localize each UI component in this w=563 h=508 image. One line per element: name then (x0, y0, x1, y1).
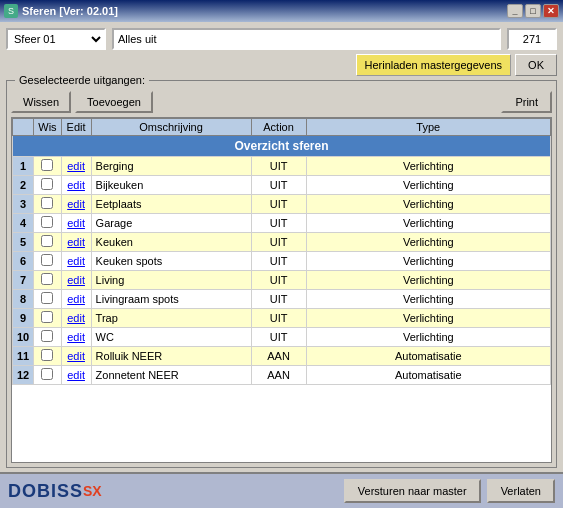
wis-checkbox-cell[interactable] (34, 252, 61, 271)
alles-uit-field[interactable] (112, 28, 501, 50)
minimize-button[interactable]: _ (507, 4, 523, 18)
wis-checkbox[interactable] (41, 216, 53, 228)
type-cell: Verlichting (306, 157, 550, 176)
wis-checkbox-cell[interactable] (34, 176, 61, 195)
wis-checkbox-cell[interactable] (34, 271, 61, 290)
edit-link[interactable]: edit (67, 198, 85, 210)
wis-checkbox[interactable] (41, 292, 53, 304)
edit-cell[interactable]: edit (61, 157, 91, 176)
wis-checkbox[interactable] (41, 178, 53, 190)
col-header-wis: Wis (34, 119, 61, 136)
wis-checkbox[interactable] (41, 235, 53, 247)
row-number: 2 (13, 176, 34, 195)
edit-link[interactable]: edit (67, 350, 85, 362)
edit-cell[interactable]: edit (61, 233, 91, 252)
edit-link[interactable]: edit (67, 255, 85, 267)
omschrijving-cell: Keuken spots (91, 252, 251, 271)
row-number: 8 (13, 290, 34, 309)
group-box: Geselecteerde uitgangen: Wissen Toevoege… (6, 80, 557, 468)
wis-checkbox[interactable] (41, 197, 53, 209)
wis-checkbox-cell[interactable] (34, 347, 61, 366)
edit-cell[interactable]: edit (61, 271, 91, 290)
row-number: 6 (13, 252, 34, 271)
verlaten-button[interactable]: Verlaten (487, 479, 555, 503)
wis-checkbox[interactable] (41, 311, 53, 323)
wissen-button[interactable]: Wissen (11, 91, 71, 113)
edit-link[interactable]: edit (67, 236, 85, 248)
wis-checkbox-cell[interactable] (34, 195, 61, 214)
wis-checkbox-cell[interactable] (34, 233, 61, 252)
edit-link[interactable]: edit (67, 293, 85, 305)
table-row: 3editEetplaatsUITVerlichting (13, 195, 551, 214)
edit-cell[interactable]: edit (61, 195, 91, 214)
edit-cell[interactable]: edit (61, 328, 91, 347)
type-cell: Verlichting (306, 290, 550, 309)
count-field[interactable] (507, 28, 557, 50)
row-number: 3 (13, 195, 34, 214)
wis-checkbox-cell[interactable] (34, 157, 61, 176)
row-number: 9 (13, 309, 34, 328)
table-row: 7editLivingUITVerlichting (13, 271, 551, 290)
action-left: Wissen Toevoegen (11, 91, 153, 113)
action-cell: UIT (251, 309, 306, 328)
top-row: Sfeer 01 (6, 28, 557, 50)
col-header-action: Action (251, 119, 306, 136)
edit-cell[interactable]: edit (61, 214, 91, 233)
action-cell: AAN (251, 366, 306, 385)
action-cell: UIT (251, 328, 306, 347)
wis-checkbox[interactable] (41, 330, 53, 342)
sx-text: SX (83, 483, 102, 499)
table-row: 1editBergingUITVerlichting (13, 157, 551, 176)
edit-link[interactable]: edit (67, 274, 85, 286)
edit-cell[interactable]: edit (61, 347, 91, 366)
bottom-buttons: Versturen naar master Verlaten (344, 479, 555, 503)
toevoegen-button[interactable]: Toevoegen (75, 91, 153, 113)
maximize-button[interactable]: □ (525, 4, 541, 18)
edit-link[interactable]: edit (67, 179, 85, 191)
action-cell: AAN (251, 347, 306, 366)
window-body: Sfeer 01 Herinladen mastergegevens OK Ge… (0, 22, 563, 508)
edit-cell[interactable]: edit (61, 252, 91, 271)
title-text: Sferen [Ver: 02.01] (22, 5, 118, 17)
wis-checkbox-cell[interactable] (34, 328, 61, 347)
title-bar-left: S Sferen [Ver: 02.01] (4, 4, 118, 18)
table-header: Wis Edit Omschrijving Action Type (13, 119, 551, 136)
close-button[interactable]: ✕ (543, 4, 559, 18)
table-body: 1editBergingUITVerlichting2editBijkeuken… (13, 157, 551, 385)
wis-checkbox[interactable] (41, 349, 53, 361)
edit-link[interactable]: edit (67, 369, 85, 381)
edit-link[interactable]: edit (67, 217, 85, 229)
reload-button[interactable]: Herinladen mastergegevens (356, 54, 512, 76)
wis-checkbox[interactable] (41, 368, 53, 380)
edit-cell[interactable]: edit (61, 290, 91, 309)
type-cell: Verlichting (306, 309, 550, 328)
wis-checkbox-cell[interactable] (34, 290, 61, 309)
wis-checkbox[interactable] (41, 273, 53, 285)
edit-cell[interactable]: edit (61, 176, 91, 195)
table-title: Overzicht sferen (13, 136, 551, 157)
second-row: Herinladen mastergegevens OK (6, 54, 557, 76)
omschrijving-cell: Bijkeuken (91, 176, 251, 195)
edit-link[interactable]: edit (67, 331, 85, 343)
wis-checkbox-cell[interactable] (34, 309, 61, 328)
wis-checkbox[interactable] (41, 254, 53, 266)
row-number: 4 (13, 214, 34, 233)
edit-cell[interactable]: edit (61, 309, 91, 328)
action-cell: UIT (251, 271, 306, 290)
edit-link[interactable]: edit (67, 160, 85, 172)
edit-cell[interactable]: edit (61, 366, 91, 385)
action-cell: UIT (251, 176, 306, 195)
ok-button[interactable]: OK (515, 54, 557, 76)
row-number: 10 (13, 328, 34, 347)
action-cell: UIT (251, 290, 306, 309)
wis-checkbox-cell[interactable] (34, 366, 61, 385)
row-number: 12 (13, 366, 34, 385)
action-cell: UIT (251, 214, 306, 233)
wis-checkbox-cell[interactable] (34, 214, 61, 233)
wis-checkbox[interactable] (41, 159, 53, 171)
print-button[interactable]: Print (501, 91, 552, 113)
edit-link[interactable]: edit (67, 312, 85, 324)
versturen-button[interactable]: Versturen naar master (344, 479, 481, 503)
sfeer-select[interactable]: Sfeer 01 (6, 28, 106, 50)
action-cell: UIT (251, 252, 306, 271)
